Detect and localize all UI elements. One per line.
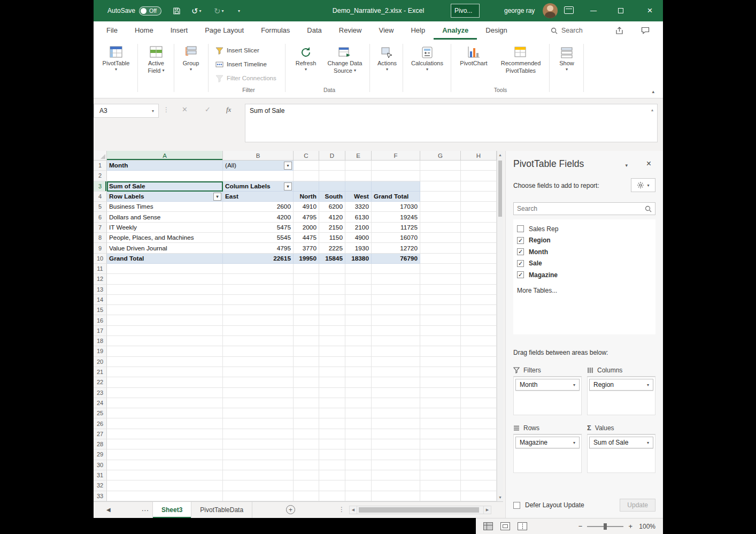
- col-header-D[interactable]: D: [319, 151, 345, 161]
- ribbon-tab-help[interactable]: Help: [402, 21, 434, 40]
- cell-A9[interactable]: Value Driven Journal: [107, 243, 223, 253]
- cell-D20[interactable]: [319, 357, 345, 367]
- cell-H25[interactable]: [461, 408, 497, 418]
- sheet-tab-pivottabledata[interactable]: PivotTableData: [191, 502, 252, 518]
- cell-G15[interactable]: [420, 305, 461, 315]
- cell-G1[interactable]: [420, 161, 461, 171]
- field-pill-month[interactable]: Month▾: [515, 379, 580, 391]
- cell-E28[interactable]: [345, 439, 372, 449]
- cell-H8[interactable]: [461, 233, 497, 243]
- calculations-button[interactable]: Calculations ▾: [406, 43, 449, 86]
- cell-F13[interactable]: [372, 285, 420, 295]
- cell-A20[interactable]: [107, 357, 223, 367]
- cell-G11[interactable]: [420, 264, 461, 274]
- pivotchart-button[interactable]: PivotChart: [455, 43, 492, 86]
- cell-A13[interactable]: [107, 285, 223, 295]
- cell-B3[interactable]: Column Labels▾: [223, 181, 294, 192]
- field-pill-magazine[interactable]: Magazine▾: [515, 437, 580, 448]
- cell-B27[interactable]: [223, 429, 294, 439]
- cell-A2[interactable]: [107, 171, 223, 181]
- cell-C25[interactable]: [294, 408, 319, 418]
- cell-D2[interactable]: [319, 171, 345, 181]
- cell-A5[interactable]: Business Times: [107, 202, 223, 212]
- cell-A11[interactable]: [107, 264, 223, 274]
- scroll-left-button[interactable]: ◀: [349, 506, 357, 514]
- cell-A14[interactable]: [107, 295, 223, 305]
- formula-input[interactable]: Sum of Sale: [245, 104, 658, 142]
- cell-D18[interactable]: [319, 336, 345, 346]
- cell-D30[interactable]: [319, 460, 345, 470]
- zoom-slider[interactable]: [587, 526, 623, 527]
- cell-F6[interactable]: 19245: [372, 212, 420, 222]
- cell-C28[interactable]: [294, 439, 319, 449]
- cell-B21[interactable]: [223, 367, 294, 377]
- change-data-source-button[interactable]: Change Data Source▾: [322, 43, 367, 86]
- autosave-control[interactable]: AutoSave Off: [107, 0, 161, 21]
- row-header-11[interactable]: 11: [94, 264, 107, 274]
- cell-F7[interactable]: 11725: [372, 223, 420, 233]
- cell-E32[interactable]: [345, 480, 372, 491]
- filter-dropdown-B1[interactable]: ▾: [284, 162, 292, 170]
- cell-D3[interactable]: [319, 181, 345, 192]
- filter-dropdown-B3[interactable]: ▾: [284, 182, 292, 190]
- row-header-6[interactable]: 6: [94, 212, 107, 222]
- row-header-7[interactable]: 7: [94, 223, 107, 233]
- refresh-button[interactable]: Refresh ▾: [291, 43, 320, 86]
- cell-F14[interactable]: [372, 295, 420, 305]
- cell-A27[interactable]: [107, 429, 223, 439]
- cell-D27[interactable]: [319, 429, 345, 439]
- titlebar-search-box[interactable]: Pivo...: [451, 4, 480, 18]
- field-checkbox-month[interactable]: ✓: [517, 248, 524, 255]
- row-header-20[interactable]: 20: [94, 357, 107, 367]
- cell-H3[interactable]: [461, 181, 497, 192]
- cell-G10[interactable]: [420, 254, 461, 264]
- row-header-3[interactable]: 3: [94, 181, 107, 192]
- ribbon-display-options-icon[interactable]: [564, 6, 574, 14]
- maximize-button[interactable]: [608, 0, 633, 21]
- cell-A3[interactable]: Sum of Sale: [107, 181, 223, 192]
- col-header-B[interactable]: B: [223, 151, 294, 161]
- row-header-29[interactable]: 29: [94, 449, 107, 460]
- row-header-31[interactable]: 31: [94, 470, 107, 480]
- cell-C33[interactable]: [294, 491, 319, 501]
- cell-H30[interactable]: [461, 460, 497, 470]
- cell-H17[interactable]: [461, 326, 497, 336]
- cell-E30[interactable]: [345, 460, 372, 470]
- cell-B25[interactable]: [223, 408, 294, 418]
- row-header-17[interactable]: 17: [94, 326, 107, 336]
- cell-H33[interactable]: [461, 491, 497, 501]
- row-header-1[interactable]: 1: [94, 161, 107, 171]
- cell-H23[interactable]: [461, 388, 497, 398]
- cell-E17[interactable]: [345, 326, 372, 336]
- cell-G32[interactable]: [420, 480, 461, 491]
- redo-button[interactable]: ↻▾: [214, 0, 224, 21]
- cell-A32[interactable]: [107, 480, 223, 491]
- cell-E22[interactable]: [345, 377, 372, 387]
- cell-C13[interactable]: [294, 285, 319, 295]
- ribbon-search[interactable]: Search: [551, 21, 583, 40]
- cell-H6[interactable]: [461, 212, 497, 222]
- ribbon-tab-formulas[interactable]: Formulas: [252, 21, 298, 40]
- cell-C9[interactable]: 3770: [294, 243, 319, 253]
- cell-G33[interactable]: [420, 491, 461, 501]
- row-header-24[interactable]: 24: [94, 398, 107, 408]
- row-header-8[interactable]: 8: [94, 233, 107, 243]
- cell-D5[interactable]: 6200: [319, 202, 345, 212]
- cell-B29[interactable]: [223, 449, 294, 460]
- cell-C27[interactable]: [294, 429, 319, 439]
- ribbon-tab-review[interactable]: Review: [330, 21, 371, 40]
- cell-F27[interactable]: [372, 429, 420, 439]
- cell-E5[interactable]: 3320: [345, 202, 372, 212]
- vertical-scroll-thumb[interactable]: [498, 161, 502, 217]
- cell-H32[interactable]: [461, 480, 497, 491]
- cell-A19[interactable]: [107, 346, 223, 356]
- row-header-5[interactable]: 5: [94, 202, 107, 212]
- group-button[interactable]: Group ▾: [177, 43, 205, 86]
- ribbon-tab-page-layout[interactable]: Page Layout: [196, 21, 252, 40]
- cell-C5[interactable]: 4910: [294, 202, 319, 212]
- cell-B22[interactable]: [223, 377, 294, 387]
- cell-G25[interactable]: [420, 408, 461, 418]
- cell-H21[interactable]: [461, 367, 497, 377]
- cell-H7[interactable]: [461, 223, 497, 233]
- cell-D21[interactable]: [319, 367, 345, 377]
